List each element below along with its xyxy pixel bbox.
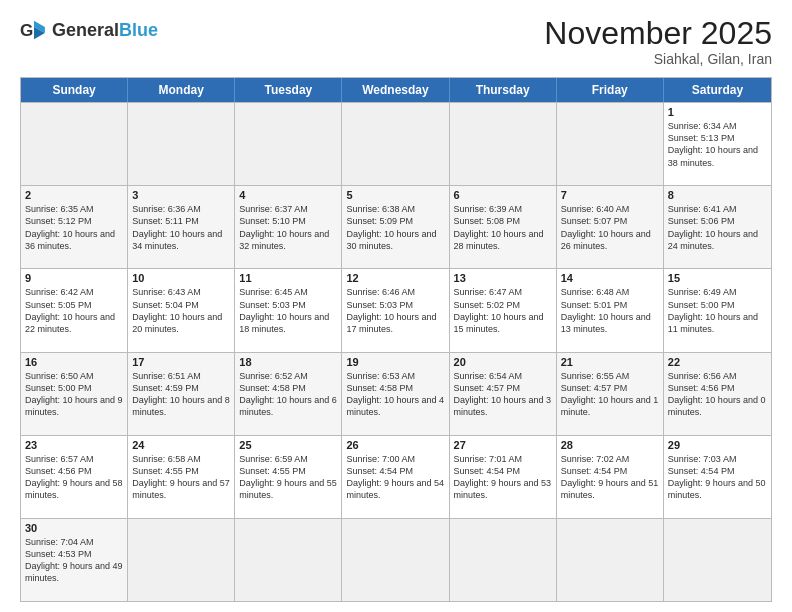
cell-info: Sunrise: 6:58 AM Sunset: 4:55 PM Dayligh… [132,453,230,502]
calendar-cell-1-4 [342,103,449,185]
day-number: 20 [454,356,552,368]
cell-info: Sunrise: 7:00 AM Sunset: 4:54 PM Dayligh… [346,453,444,502]
calendar-cell-5-3: 25Sunrise: 6:59 AM Sunset: 4:55 PM Dayli… [235,436,342,518]
cell-info: Sunrise: 7:01 AM Sunset: 4:54 PM Dayligh… [454,453,552,502]
day-number: 27 [454,439,552,451]
calendar-cell-1-1 [21,103,128,185]
day-number: 22 [668,356,767,368]
location-subtitle: Siahkal, Gilan, Iran [544,51,772,67]
calendar-cell-5-5: 27Sunrise: 7:01 AM Sunset: 4:54 PM Dayli… [450,436,557,518]
calendar-cell-6-4 [342,519,449,601]
calendar-cell-1-7: 1Sunrise: 6:34 AM Sunset: 5:13 PM Daylig… [664,103,771,185]
calendar-week-5: 23Sunrise: 6:57 AM Sunset: 4:56 PM Dayli… [21,435,771,518]
day-number: 15 [668,272,767,284]
day-number: 9 [25,272,123,284]
calendar-cell-1-5 [450,103,557,185]
day-number: 21 [561,356,659,368]
calendar-header: Sunday Monday Tuesday Wednesday Thursday… [21,78,771,102]
header-sunday: Sunday [21,78,128,102]
day-number: 19 [346,356,444,368]
cell-info: Sunrise: 6:59 AM Sunset: 4:55 PM Dayligh… [239,453,337,502]
page-header: G GeneralBlue November 2025 Siahkal, Gil… [20,16,772,67]
cell-info: Sunrise: 6:54 AM Sunset: 4:57 PM Dayligh… [454,370,552,419]
month-title: November 2025 [544,16,772,51]
calendar-cell-1-3 [235,103,342,185]
cell-info: Sunrise: 6:49 AM Sunset: 5:00 PM Dayligh… [668,286,767,335]
day-number: 29 [668,439,767,451]
day-number: 28 [561,439,659,451]
day-number: 2 [25,189,123,201]
day-number: 30 [25,522,123,534]
calendar-cell-2-5: 6Sunrise: 6:39 AM Sunset: 5:08 PM Daylig… [450,186,557,268]
cell-info: Sunrise: 6:38 AM Sunset: 5:09 PM Dayligh… [346,203,444,252]
calendar-cell-2-2: 3Sunrise: 6:36 AM Sunset: 5:11 PM Daylig… [128,186,235,268]
calendar-cell-4-2: 17Sunrise: 6:51 AM Sunset: 4:59 PM Dayli… [128,353,235,435]
day-number: 14 [561,272,659,284]
calendar-cell-4-5: 20Sunrise: 6:54 AM Sunset: 4:57 PM Dayli… [450,353,557,435]
day-number: 17 [132,356,230,368]
cell-info: Sunrise: 6:47 AM Sunset: 5:02 PM Dayligh… [454,286,552,335]
cell-info: Sunrise: 6:52 AM Sunset: 4:58 PM Dayligh… [239,370,337,419]
calendar-cell-3-6: 14Sunrise: 6:48 AM Sunset: 5:01 PM Dayli… [557,269,664,351]
calendar-cell-6-2 [128,519,235,601]
calendar-cell-6-7 [664,519,771,601]
cell-info: Sunrise: 6:57 AM Sunset: 4:56 PM Dayligh… [25,453,123,502]
calendar-cell-5-1: 23Sunrise: 6:57 AM Sunset: 4:56 PM Dayli… [21,436,128,518]
calendar-week-1: 1Sunrise: 6:34 AM Sunset: 5:13 PM Daylig… [21,102,771,185]
header-friday: Friday [557,78,664,102]
day-number: 10 [132,272,230,284]
day-number: 26 [346,439,444,451]
calendar-cell-5-6: 28Sunrise: 7:02 AM Sunset: 4:54 PM Dayli… [557,436,664,518]
calendar-cell-2-6: 7Sunrise: 6:40 AM Sunset: 5:07 PM Daylig… [557,186,664,268]
title-block: November 2025 Siahkal, Gilan, Iran [544,16,772,67]
day-number: 13 [454,272,552,284]
cell-info: Sunrise: 6:45 AM Sunset: 5:03 PM Dayligh… [239,286,337,335]
calendar: Sunday Monday Tuesday Wednesday Thursday… [20,77,772,602]
calendar-cell-4-3: 18Sunrise: 6:52 AM Sunset: 4:58 PM Dayli… [235,353,342,435]
calendar-cell-4-6: 21Sunrise: 6:55 AM Sunset: 4:57 PM Dayli… [557,353,664,435]
cell-info: Sunrise: 6:50 AM Sunset: 5:00 PM Dayligh… [25,370,123,419]
header-wednesday: Wednesday [342,78,449,102]
day-number: 6 [454,189,552,201]
cell-info: Sunrise: 6:43 AM Sunset: 5:04 PM Dayligh… [132,286,230,335]
cell-info: Sunrise: 7:03 AM Sunset: 4:54 PM Dayligh… [668,453,767,502]
header-saturday: Saturday [664,78,771,102]
logo: G GeneralBlue [20,16,158,44]
day-number: 11 [239,272,337,284]
calendar-cell-4-7: 22Sunrise: 6:56 AM Sunset: 4:56 PM Dayli… [664,353,771,435]
day-number: 18 [239,356,337,368]
calendar-cell-3-1: 9Sunrise: 6:42 AM Sunset: 5:05 PM Daylig… [21,269,128,351]
calendar-cell-6-6 [557,519,664,601]
day-number: 23 [25,439,123,451]
cell-info: Sunrise: 6:53 AM Sunset: 4:58 PM Dayligh… [346,370,444,419]
day-number: 1 [668,106,767,118]
calendar-week-6: 30Sunrise: 7:04 AM Sunset: 4:53 PM Dayli… [21,518,771,601]
cell-info: Sunrise: 6:36 AM Sunset: 5:11 PM Dayligh… [132,203,230,252]
day-number: 25 [239,439,337,451]
cell-info: Sunrise: 6:37 AM Sunset: 5:10 PM Dayligh… [239,203,337,252]
calendar-cell-3-7: 15Sunrise: 6:49 AM Sunset: 5:00 PM Dayli… [664,269,771,351]
calendar-cell-6-5 [450,519,557,601]
cell-info: Sunrise: 6:46 AM Sunset: 5:03 PM Dayligh… [346,286,444,335]
calendar-cell-3-2: 10Sunrise: 6:43 AM Sunset: 5:04 PM Dayli… [128,269,235,351]
day-number: 12 [346,272,444,284]
cell-info: Sunrise: 6:35 AM Sunset: 5:12 PM Dayligh… [25,203,123,252]
cell-info: Sunrise: 6:34 AM Sunset: 5:13 PM Dayligh… [668,120,767,169]
day-number: 3 [132,189,230,201]
calendar-week-2: 2Sunrise: 6:35 AM Sunset: 5:12 PM Daylig… [21,185,771,268]
calendar-week-3: 9Sunrise: 6:42 AM Sunset: 5:05 PM Daylig… [21,268,771,351]
cell-info: Sunrise: 7:04 AM Sunset: 4:53 PM Dayligh… [25,536,123,585]
day-number: 24 [132,439,230,451]
calendar-cell-5-7: 29Sunrise: 7:03 AM Sunset: 4:54 PM Dayli… [664,436,771,518]
calendar-cell-4-4: 19Sunrise: 6:53 AM Sunset: 4:58 PM Dayli… [342,353,449,435]
cell-info: Sunrise: 6:42 AM Sunset: 5:05 PM Dayligh… [25,286,123,335]
calendar-cell-5-2: 24Sunrise: 6:58 AM Sunset: 4:55 PM Dayli… [128,436,235,518]
calendar-body: 1Sunrise: 6:34 AM Sunset: 5:13 PM Daylig… [21,102,771,601]
cell-info: Sunrise: 6:40 AM Sunset: 5:07 PM Dayligh… [561,203,659,252]
cell-info: Sunrise: 6:48 AM Sunset: 5:01 PM Dayligh… [561,286,659,335]
header-thursday: Thursday [450,78,557,102]
cell-info: Sunrise: 6:51 AM Sunset: 4:59 PM Dayligh… [132,370,230,419]
day-number: 4 [239,189,337,201]
logo-general: General [52,20,119,40]
calendar-cell-3-5: 13Sunrise: 6:47 AM Sunset: 5:02 PM Dayli… [450,269,557,351]
